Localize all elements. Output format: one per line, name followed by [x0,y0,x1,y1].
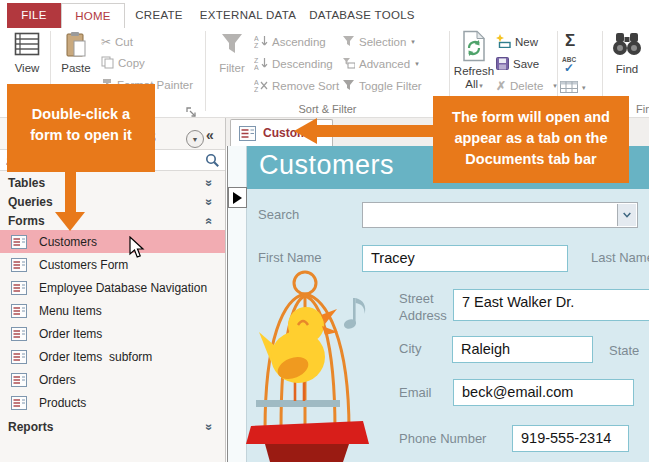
more-records-button[interactable]: ▾ [560,79,586,97]
nav-item-order-items[interactable]: Order Items [0,322,225,345]
nav-item-employee-database-navigation[interactable]: Employee Database Navigation [0,276,225,299]
refresh-label-line1: Refresh [454,65,494,78]
advanced-button[interactable]: Advanced ▾ [342,56,419,72]
nav-section-reports[interactable]: Reports » [0,418,225,436]
svg-text:A: A [254,79,259,86]
nav-section-forms-label: Forms [8,214,45,228]
callout-left-arrow-stem [65,171,76,213]
last-name-label: Last Name [591,250,649,265]
spelling-button[interactable]: ABC✓ [562,53,576,72]
shutter-close-button[interactable]: « [206,127,214,143]
nav-item-customers-form[interactable]: Customers Form [0,253,225,276]
callout-right: The form will open and appear as a tab o… [433,96,629,183]
selection-funnel-icon [342,35,355,49]
cut-button[interactable]: ✂ Cut [101,34,133,50]
combo-dropdown-button[interactable] [617,204,636,226]
form-object-icon [11,396,27,410]
new-record-button[interactable]: New [496,34,538,50]
toggle-filter-button[interactable]: Toggle Filter [342,78,422,94]
view-button-label: View [15,62,40,75]
nav-item-order-items-subform[interactable]: Order Items subform [0,345,225,368]
selection-dropdown-arrow: ▾ [411,38,415,46]
street-address-label-line1: Street [399,291,434,306]
advanced-funnel-icon [342,57,355,71]
callout-left-arrow-head [55,212,85,231]
city-input[interactable]: Raleigh [452,336,593,363]
descending-label: Descending [272,58,333,70]
nav-item-label: Order Items subform [39,350,152,364]
filter-funnel-icon [220,31,244,62]
view-button[interactable]: View [6,31,48,75]
callout-right-arrow-stem [316,125,434,137]
svg-text:Z: Z [254,86,259,93]
paste-button[interactable]: Paste [54,31,98,75]
nav-item-menu-items[interactable]: Menu Items [0,299,225,322]
tab-file[interactable]: FILE [7,3,61,28]
callout-right-arrow-head [294,118,317,144]
form-object-icon [11,373,27,387]
save-record-button[interactable]: Save [496,56,539,72]
callout-left: Double-click a form to open it [7,84,155,172]
search-combo-box[interactable] [362,202,638,228]
phone-number-input[interactable]: 919-555-2314 [512,425,629,452]
find-button[interactable]: Find [606,31,648,76]
nav-item-orders[interactable]: Orders [0,368,225,391]
delete-dropdown-arrow: ▾ [553,82,557,90]
tab-home[interactable]: HOME [61,3,125,30]
svg-text:Z: Z [254,57,259,64]
datasheet-table-icon [560,79,578,97]
form-title: Customers [259,150,394,181]
nav-section-queries[interactable]: Queries » [0,193,225,211]
form-object-icon [11,327,27,341]
delete-x-icon: ✗ [496,79,506,93]
state-label: State [609,343,639,358]
sort-ascending-icon: AZ [254,34,268,50]
refresh-label-line2: All▾ [465,78,482,92]
ascending-button[interactable]: AZ Ascending [254,34,326,50]
nav-section-tables[interactable]: Tables » [0,174,225,192]
nav-section-forms[interactable]: Forms « [0,212,225,230]
record-selector-arrow-icon [233,192,242,204]
callout-right-line3: Documents tab bar [433,149,629,170]
advanced-dropdown-arrow: ▾ [415,60,419,68]
svg-text:Z: Z [254,42,259,49]
street-address-input[interactable]: 7 East Walker Dr. [453,289,649,321]
form-object-icon [11,281,27,295]
nav-item-label: Customers [39,235,97,249]
cut-label: Cut [115,36,133,48]
refresh-dropdown-arrow: ▾ [479,82,483,89]
delete-record-button[interactable]: ✗ Delete ▾ [496,78,557,94]
email-input[interactable]: beck@email.com [453,379,634,406]
street-address-label-line2: Address [399,308,447,323]
tab-external-data[interactable]: EXTERNAL DATA [195,3,301,28]
nav-section-reports-label: Reports [8,420,53,434]
first-name-input[interactable]: Tracey [362,245,568,272]
mouse-cursor [129,236,146,263]
nav-item-customers[interactable]: Customers [0,230,225,253]
new-record-icon [496,34,511,50]
tab-database-tools[interactable]: DATABASE TOOLS [301,3,423,28]
nav-item-label: Customers Form [39,258,128,272]
first-name-label: First Name [258,250,322,265]
find-button-label: Find [616,63,638,76]
phone-number-value: 919-555-2314 [513,426,628,446]
paste-icon [64,31,88,62]
filter-button[interactable]: Filter [212,31,252,75]
save-icon [496,57,509,72]
copy-button[interactable]: Copy [101,55,145,71]
nav-title-dropdown-button[interactable]: ▼ [186,130,204,148]
email-label: Email [399,385,432,400]
chevrons-down-icon: » [203,199,217,206]
tab-create[interactable]: CREATE [123,3,195,28]
record-selector-current[interactable] [228,187,247,208]
first-name-value: Tracey [363,246,567,266]
nav-item-products[interactable]: Products [0,391,225,414]
descending-button[interactable]: ZA Descending [254,56,333,72]
remove-sort-button[interactable]: AZ Remove Sort [254,78,339,94]
form-object-icon [11,235,27,249]
selection-button[interactable]: Selection ▾ [342,34,415,50]
nav-item-label: Orders [39,373,76,387]
view-icon [14,31,40,62]
refresh-all-button[interactable]: Refresh All▾ [452,30,496,92]
nav-item-label: Menu Items [39,304,102,318]
